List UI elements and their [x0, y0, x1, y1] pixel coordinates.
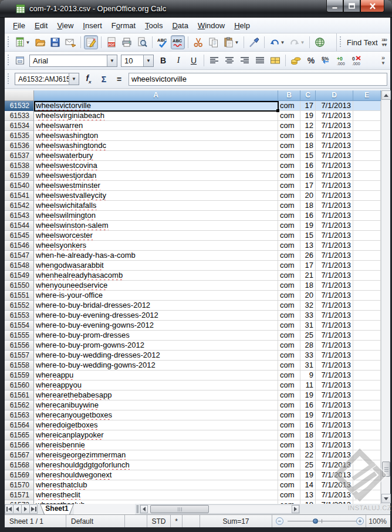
cell-e[interactable]: [353, 321, 381, 331]
row-header[interactable]: 61559: [5, 371, 34, 381]
cell-a[interactable]: whereappu: [34, 371, 278, 381]
row-header[interactable]: 61554: [5, 321, 34, 331]
cell-a[interactable]: where-to-buy-evening-gowns-2012: [34, 321, 278, 331]
horizontal-scrollbar-thumb[interactable]: [150, 505, 209, 513]
cell-a[interactable]: wheelsyonkers: [34, 241, 278, 251]
cell-b[interactable]: com: [278, 241, 300, 251]
cell-c[interactable]: 16: [300, 420, 316, 430]
row-header[interactable]: 61541: [5, 191, 34, 201]
dropdown-arrow-icon[interactable]: ▼: [235, 40, 239, 45]
cell-e[interactable]: [353, 251, 381, 261]
cell-b[interactable]: com: [278, 291, 300, 301]
cell-e[interactable]: [353, 420, 381, 430]
cell-d[interactable]: 7/1/2013: [316, 131, 353, 141]
cell-c[interactable]: 31: [300, 361, 316, 371]
row-header[interactable]: 61563: [5, 410, 34, 420]
find-toolbar-overflow-button[interactable]: »▼: [381, 35, 390, 50]
cell-b[interactable]: com: [278, 231, 300, 241]
row-header[interactable]: 61532: [5, 101, 34, 111]
cell-c[interactable]: 17: [300, 261, 316, 271]
cell-a[interactable]: wheelswestjordan: [34, 171, 278, 181]
formula-bar-grip[interactable]: [6, 73, 10, 85]
cell-c[interactable]: 13: [300, 241, 316, 251]
cell-e[interactable]: [353, 201, 381, 211]
cell-e[interactable]: [353, 211, 381, 221]
cell-e[interactable]: [353, 291, 381, 301]
cell-c[interactable]: 33: [300, 351, 316, 361]
cell-a[interactable]: whereshouldwegonext: [34, 470, 278, 480]
row-header[interactable]: 61565: [5, 430, 34, 440]
cell-c[interactable]: 18: [300, 141, 316, 151]
row-header[interactable]: 61568: [5, 460, 34, 470]
cell-b[interactable]: com: [278, 221, 300, 231]
zoom-out-button[interactable]: −: [276, 517, 283, 525]
cell-a[interactable]: wheredoigetboxes: [34, 420, 278, 430]
row-header[interactable]: 61549: [5, 271, 34, 281]
align-center-button[interactable]: [222, 53, 236, 68]
cell-c[interactable]: 17: [300, 181, 316, 191]
cell-e[interactable]: [353, 171, 381, 181]
row-header[interactable]: 61553: [5, 311, 34, 321]
menu-insert[interactable]: Insert: [78, 19, 107, 32]
row-header[interactable]: 61561: [5, 390, 34, 400]
cell-d[interactable]: 7/1/2013: [316, 111, 353, 121]
cell-c[interactable]: 25: [300, 460, 316, 470]
send-email-button[interactable]: [63, 35, 77, 49]
cell-d[interactable]: 7/1/2013: [316, 341, 353, 351]
cell-e[interactable]: [353, 161, 381, 171]
cell-b[interactable]: com: [278, 430, 300, 440]
cell-b[interactable]: com: [278, 341, 300, 351]
cell-e[interactable]: [353, 390, 381, 400]
cell-c[interactable]: 13: [300, 440, 316, 450]
cell-b[interactable]: com: [278, 311, 300, 321]
cell-a[interactable]: wheelswestminster: [34, 181, 278, 191]
font-name-combo[interactable]: Arial▼: [29, 55, 117, 67]
redo-button[interactable]: ▼: [288, 35, 306, 49]
merge-cells-button[interactable]: [268, 53, 282, 68]
row-header[interactable]: 61562: [5, 400, 34, 410]
cell-a[interactable]: wheresthatclub: [34, 480, 278, 490]
cell-c[interactable]: 11: [300, 381, 316, 390]
cell-a[interactable]: wheelswichitafalls: [34, 201, 278, 211]
cell-d[interactable]: 7/1/2013: [316, 390, 353, 400]
cell-d[interactable]: 7/1/2013: [316, 231, 353, 241]
cell-c[interactable]: 16: [300, 131, 316, 141]
cell-a[interactable]: wherearethebabesapp: [34, 390, 278, 400]
cell-c[interactable]: 20: [300, 291, 316, 301]
row-header[interactable]: 61555: [5, 331, 34, 341]
cell-b[interactable]: com: [278, 420, 300, 430]
formula-input-line[interactable]: wheelsvictorville: [129, 73, 387, 86]
open-button[interactable]: [33, 35, 47, 49]
menu-tools[interactable]: Tools: [140, 19, 167, 32]
cell-b[interactable]: com: [278, 361, 300, 371]
cell-d[interactable]: 7/1/2013: [316, 400, 353, 410]
cell-d[interactable]: 7/1/2013: [316, 281, 353, 291]
row-header[interactable]: 61558: [5, 361, 34, 371]
row-header[interactable]: 61552: [5, 301, 34, 311]
number-currency-button[interactable]: [289, 53, 303, 68]
cell-d[interactable]: 7/1/2013: [316, 171, 353, 181]
cell-b[interactable]: com: [278, 381, 300, 390]
cell-d[interactable]: 7/1/2013: [316, 420, 353, 430]
copy-button[interactable]: [207, 35, 221, 49]
cell-a[interactable]: where-to-buy-wedding-dresses-2012: [34, 351, 278, 361]
cell-e[interactable]: [353, 371, 381, 381]
sum-button[interactable]: Σ: [97, 73, 110, 86]
paste-button[interactable]: ▼: [222, 35, 241, 49]
row-header[interactable]: 61540: [5, 181, 34, 191]
cell-e[interactable]: [353, 460, 381, 470]
cell-d[interactable]: 7/1/2013: [316, 430, 353, 440]
cell-d[interactable]: 7/1/2013: [316, 141, 353, 151]
cell-b[interactable]: com: [278, 450, 300, 460]
status-selection-mode[interactable]: STD: [147, 515, 171, 527]
vertical-scrollbar-thumb[interactable]: [382, 462, 390, 477]
cell-b[interactable]: com: [278, 400, 300, 410]
cell-c[interactable]: 19: [300, 390, 316, 400]
cell-a[interactable]: wheelswashingtondc: [34, 141, 278, 151]
row-header[interactable]: 61536: [5, 141, 34, 151]
function-button[interactable]: =: [113, 73, 126, 86]
cell-d[interactable]: 7/1/2013: [316, 101, 353, 111]
cell-b[interactable]: com: [278, 201, 300, 211]
cell-b[interactable]: com: [278, 161, 300, 171]
cell-b[interactable]: com: [278, 211, 300, 221]
